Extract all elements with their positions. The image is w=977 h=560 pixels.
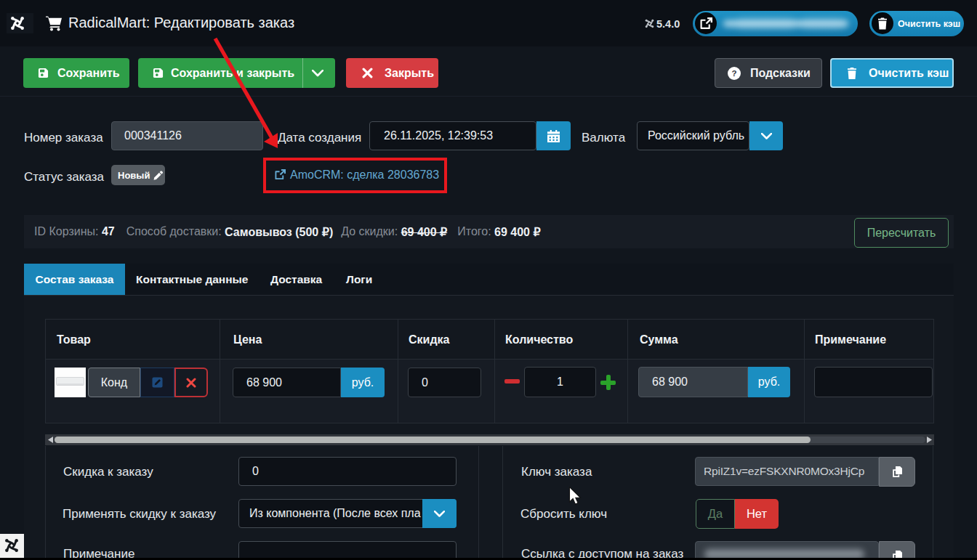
svg-text:?: ? — [731, 69, 736, 78]
